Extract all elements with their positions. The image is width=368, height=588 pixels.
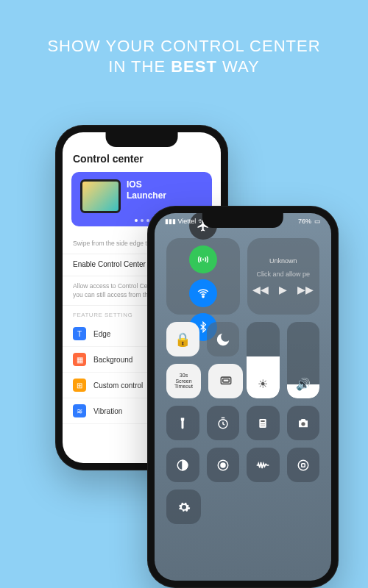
cellular-toggle[interactable] [189, 245, 217, 273]
timer-button[interactable] [207, 406, 240, 440]
home-icon [297, 459, 310, 472]
flashlight-button[interactable] [166, 406, 199, 440]
calculator-button[interactable] [247, 406, 280, 440]
prev-icon[interactable]: ◀◀ [252, 284, 269, 295]
svg-rect-5 [261, 420, 265, 422]
custom-icon: ⊞ [73, 379, 86, 392]
timeout-value: 30s [180, 373, 188, 379]
headline-line2: IN THE BEST WAY [0, 57, 368, 76]
home-button[interactable] [287, 448, 320, 482]
gear-icon [177, 501, 191, 514]
svg-point-6 [261, 423, 262, 424]
svg-point-15 [221, 463, 225, 467]
svg-point-7 [263, 423, 263, 424]
svg-point-12 [301, 422, 305, 426]
svg-point-9 [261, 425, 262, 426]
screen-mirroring-button[interactable] [208, 364, 243, 398]
edge-icon: T [73, 327, 86, 340]
record-icon [216, 459, 230, 472]
volume-slider[interactable]: 🔊 [287, 322, 320, 398]
sun-icon: ☀ [247, 377, 280, 391]
media-title: Unknown [269, 257, 297, 265]
svg-point-11 [264, 425, 265, 426]
camera-button[interactable] [287, 406, 320, 440]
svg-point-8 [264, 423, 265, 424]
carrier-label: Viettel [178, 218, 197, 225]
connectivity-tile [166, 238, 240, 315]
media-tile[interactable]: Unknown Click and allow pe ◀◀ ▶ ▶▶ [247, 238, 319, 315]
phone-front: ▮▮▮ Viettel ᯤ 76% ▭ [147, 206, 339, 588]
brightness-slider[interactable]: ☀ [247, 322, 280, 398]
timer-icon [216, 417, 230, 430]
banner-thumbnail [80, 179, 121, 213]
vibration-icon: ≋ [73, 404, 86, 417]
record-button[interactable] [207, 448, 240, 482]
background-icon: ▦ [73, 353, 86, 366]
headline-line1: SHOW YOUR CONTROL CENTER [0, 37, 368, 56]
next-icon[interactable]: ▶▶ [297, 284, 314, 295]
wifi-toggle[interactable] [189, 279, 217, 307]
accessibility-button[interactable] [166, 448, 199, 482]
lock-icon: 🔒 [174, 331, 191, 348]
media-controls: ◀◀ ▶ ▶▶ [252, 284, 314, 295]
orientation-lock-button[interactable]: 🔒 [166, 322, 199, 356]
control-center: Unknown Click and allow pe ◀◀ ▶ ▶▶ 🔒 [155, 213, 331, 581]
battery-label: 76% [298, 218, 311, 225]
svg-point-0 [202, 295, 204, 297]
flashlight-icon [176, 417, 189, 430]
voice-memo-button[interactable] [247, 448, 280, 482]
waveform-icon [255, 460, 270, 470]
svg-point-16 [298, 460, 308, 470]
play-icon[interactable]: ▶ [279, 284, 287, 295]
banner-dots [135, 219, 149, 222]
moon-icon [215, 331, 231, 348]
svg-rect-2 [222, 379, 228, 381]
status-right: 76% ▭ [298, 218, 321, 225]
camera-icon [297, 417, 310, 430]
notch [105, 132, 178, 147]
mirror-icon [219, 374, 233, 389]
screen-timeout-button[interactable]: 30s Screen Timeout [166, 364, 201, 398]
promo-headline: SHOW YOUR CONTROL CENTER IN THE BEST WAY [0, 0, 368, 76]
status-left: ▮▮▮ Viettel ᯤ [165, 218, 205, 225]
calculator-icon [257, 417, 269, 429]
battery-icon: ▭ [314, 218, 321, 225]
settings-button[interactable] [166, 490, 201, 524]
volume-icon: 🔊 [287, 377, 320, 391]
notch [202, 213, 283, 228]
timeout-label: Screen Timeout [166, 379, 201, 390]
signal-icon: ▮▮▮ [165, 218, 176, 225]
contrast-icon [176, 459, 189, 472]
media-subtitle: Click and allow pe [256, 270, 310, 278]
banner-text: IOS Launcher [127, 179, 166, 213]
do-not-disturb-button[interactable] [207, 322, 240, 356]
svg-point-10 [263, 425, 263, 426]
svg-rect-17 [302, 463, 305, 467]
